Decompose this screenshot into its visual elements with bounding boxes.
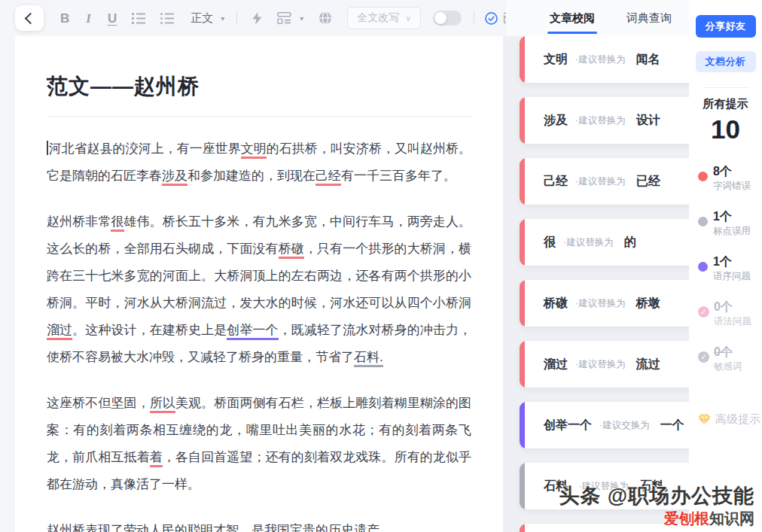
error-mark-red[interactable]: 涉及	[162, 169, 187, 186]
text-run: 河北省赵县的洨河上，有一座世界	[49, 141, 241, 156]
error-mark-red[interactable]: 文明	[241, 141, 267, 159]
stat-item[interactable]: 8个字词错误	[698, 164, 762, 193]
suggestion-action: ·建议替换为	[575, 297, 626, 310]
error-mark-red[interactable]: 所以	[150, 396, 175, 413]
doc-analysis-button[interactable]: 文档分析	[696, 51, 756, 72]
text-run: 有一千三百多年了。	[341, 169, 456, 183]
tips-stats: 8个字词错误1个标点误用1个语序问题✓0个语法问题✓0个敏感词	[689, 164, 762, 390]
original-word: 涉及	[544, 113, 568, 129]
replacement-word[interactable]: 的	[624, 235, 636, 251]
stat-item[interactable]: ✓0个语法问题	[698, 299, 762, 328]
text-run: 赵州桥表现了劳动人民的聪明才智，是我国宝贵的历史遗产。	[47, 523, 392, 532]
suggestion-action: ·建议交换为	[599, 419, 650, 432]
suggestion-card[interactable]: 石料.·建议替换为石料。	[520, 463, 689, 509]
replacement-word[interactable]: 流过	[636, 357, 660, 372]
suggestion-card[interactable]: 桥礅·建议替换为桥墩	[520, 280, 689, 327]
tab-article-review[interactable]: 文章校阅	[550, 0, 595, 36]
premium-tips-button[interactable]: 高级提示	[689, 412, 762, 427]
suggestion-action: ·建议替换为	[575, 358, 626, 371]
paragraph-style-select[interactable]: 正文 ▾	[190, 11, 224, 26]
rewrite-all-button[interactable]: 全文改写 ∨	[347, 7, 421, 29]
error-mark-gray[interactable]: 石料.	[354, 350, 383, 367]
all-tips-label: 所有提示	[703, 97, 748, 111]
original-word: 创举一个	[544, 418, 592, 433]
stat-item[interactable]: 1个标点误用	[698, 209, 762, 238]
stat-label: 语序问题	[713, 270, 751, 283]
stat-item[interactable]: 1个语序问题	[698, 254, 762, 283]
suggestion-action: ·建议替换为	[575, 175, 626, 188]
suggestion-card[interactable]: 很·建议替换为的	[520, 219, 689, 266]
text-run: 赵州桥非常	[47, 214, 111, 229]
original-word: 很	[544, 235, 556, 251]
suggestion-action: ·建议替换为	[563, 236, 614, 249]
suggestion-card[interactable]: 溜过·建议替换为流过	[520, 341, 689, 388]
stat-label: 语法问题	[714, 315, 751, 328]
toolbar-divider	[474, 11, 474, 25]
suggestion-action: ·建议替换为	[575, 53, 626, 66]
category-dot-icon	[698, 217, 708, 226]
stat-count: 0个	[714, 299, 751, 314]
replacement-word[interactable]: 一个	[660, 418, 684, 433]
document-body[interactable]: 河北省赵县的洨河上，有一座世界文明的石拱桥，叫安济桥，又叫赵州桥。它是隋朝的石匠…	[47, 135, 471, 532]
paragraph[interactable]: 河北省赵县的洨河上，有一座世界文明的石拱桥，叫安济桥，又叫赵州桥。它是隋朝的石匠…	[47, 135, 471, 190]
tab-dictionary[interactable]: 词典查询	[626, 0, 672, 36]
underline-button[interactable]: U	[108, 12, 117, 25]
bold-button[interactable]: B	[60, 12, 69, 25]
bullet-list-button[interactable]	[160, 12, 174, 24]
error-mark-red[interactable]: 溜过	[47, 323, 72, 340]
error-mark-red[interactable]: 很	[111, 214, 123, 232]
stat-item[interactable]: ✓0个敏感词	[698, 345, 762, 373]
suggestion-card[interactable]: 文明·建议替换为闻名	[520, 36, 689, 83]
chevron-down-icon: ∨	[405, 14, 411, 23]
suggestions-panel: 文明·建议替换为闻名涉及·建议替换为设计己经·建议替换为已经很·建议替换为的桥礅…	[503, 36, 689, 532]
template-menu-button[interactable]: ▾	[277, 12, 303, 24]
paragraph[interactable]: 赵州桥非常很雄伟。桥长五十多米，有九米多宽，中间行车马，两旁走人。这么长的桥，全…	[47, 208, 471, 371]
replacement-word[interactable]: 已经	[636, 174, 660, 190]
back-button[interactable]	[15, 5, 44, 31]
lightning-icon	[252, 12, 262, 25]
document-title[interactable]: 范文——赵州桥	[47, 72, 471, 101]
toolbar-divider	[236, 11, 237, 25]
original-word: 石料.	[544, 479, 571, 494]
toggle-switch[interactable]	[433, 11, 462, 26]
text-cursor	[47, 141, 48, 155]
chevron-left-icon	[25, 12, 37, 24]
card-list-icon	[277, 12, 292, 24]
error-mark-red[interactable]: 着	[150, 450, 163, 467]
title-divider	[47, 116, 471, 117]
error-mark-purple[interactable]: 创举一个	[227, 323, 278, 340]
share-button[interactable]: 分享好友	[696, 15, 756, 38]
suggestion-card[interactable]: 涉及·建议替换为设计	[520, 97, 689, 144]
error-mark-red[interactable]: 己经	[315, 169, 341, 186]
quick-fix-button[interactable]	[252, 12, 262, 25]
stat-count: 1个	[713, 254, 751, 269]
italic-button[interactable]: I	[86, 12, 91, 25]
text-run: 这座桥不但坚固，	[47, 396, 150, 410]
category-dot-icon	[698, 172, 708, 181]
error-mark-red[interactable]: 桥礅	[279, 242, 304, 259]
ordered-list-button[interactable]	[132, 12, 145, 24]
check-circle-icon	[485, 12, 498, 25]
stat-count: 0个	[714, 345, 742, 359]
suggestion-card[interactable]: 创举一个·建议交换为一个	[520, 402, 689, 448]
suggestion-card[interactable]: 己经·建议替换为已经	[520, 158, 689, 205]
original-word: 桥礅	[544, 296, 568, 312]
category-check-icon: ✓	[698, 351, 709, 363]
translate-button[interactable]	[319, 11, 332, 25]
style-select-value: 正文	[190, 11, 213, 26]
replacement-word[interactable]: 设计	[636, 113, 660, 129]
document-editor[interactable]: 范文——赵州桥 河北省赵县的洨河上，有一座世界文明的石拱桥，叫安济桥，又叫赵州桥…	[15, 36, 503, 532]
replacement-word[interactable]: 闻名	[636, 52, 660, 68]
stat-label: 字词错误	[713, 180, 751, 193]
tab-label: 词典查询	[626, 11, 672, 26]
premium-tips-label: 高级提示	[715, 412, 760, 427]
category-dot-icon	[698, 262, 708, 272]
paragraph[interactable]: 赵州桥表现了劳动人民的聪明才智，是我国宝贵的历史遗产。	[47, 517, 471, 532]
suggestion-card-partial[interactable]	[520, 524, 689, 532]
chevron-down-icon: ▾	[300, 14, 303, 23]
replacement-word[interactable]: 桥墩	[636, 296, 660, 312]
sidebar-divider	[703, 87, 749, 88]
replacement-word[interactable]: 石料。	[639, 479, 675, 494]
stat-label: 敏感词	[714, 360, 742, 373]
paragraph[interactable]: 这座桥不但坚固，所以美观。桥面两侧有石栏，栏板上雕刻着糊里糊涂的图案：有的刻着两…	[47, 390, 471, 498]
